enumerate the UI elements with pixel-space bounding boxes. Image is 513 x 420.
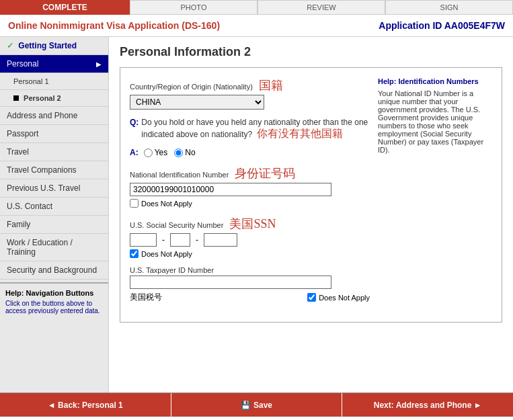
does-not-apply-checkbox-1[interactable] bbox=[130, 199, 139, 208]
sidebar-item-security[interactable]: Security and Background bbox=[0, 261, 108, 280]
no-label[interactable]: No bbox=[174, 148, 195, 157]
yes-radio[interactable] bbox=[144, 149, 153, 157]
no-text: No bbox=[185, 148, 195, 157]
app-header: Online Nonimmigrant Visa Application (DS… bbox=[0, 15, 513, 37]
form-two-col: Country/Region of Origin (Nationality) 国… bbox=[130, 77, 492, 312]
taxpayer-input[interactable] bbox=[130, 276, 331, 289]
review-tab[interactable]: REVIEW bbox=[258, 0, 385, 15]
yes-label[interactable]: Yes bbox=[144, 148, 168, 157]
question-row: Q: Do you hold or have you held any nati… bbox=[130, 118, 370, 141]
national-id-label: National Identification Number 身份证号码 bbox=[130, 165, 370, 181]
ssn-label: U.S. Social Security Number 美国SSN bbox=[130, 216, 370, 232]
sidebar-label-personal2: Personal 2 bbox=[24, 94, 61, 102]
does-not-apply-1: Does Not Apply bbox=[130, 199, 370, 208]
arrow-icon: ▶ bbox=[96, 60, 102, 68]
top-nav-bar: COMPLETE PHOTO REVIEW SIGN bbox=[0, 0, 513, 15]
complete-tab[interactable]: COMPLETE bbox=[0, 0, 130, 15]
does-not-apply-label-3: Does Not Apply bbox=[319, 294, 370, 302]
national-id-label-text: National Identification Number bbox=[130, 171, 229, 179]
no-radio[interactable] bbox=[174, 149, 183, 157]
sidebar-item-work[interactable]: Work / Education / Training bbox=[0, 234, 108, 261]
help-title: Help: Identification Numbers bbox=[378, 77, 479, 85]
taxpayer-label-text: U.S. Taxpayer ID Number bbox=[130, 266, 214, 274]
nationality-label: Country/Region of Origin (Nationality) 国… bbox=[130, 77, 370, 93]
ssn-input-3[interactable] bbox=[204, 233, 237, 247]
next-button[interactable]: Next: Address and Phone ► bbox=[342, 393, 513, 417]
ssn-annotation: 美国SSN bbox=[229, 217, 276, 230]
bottom-nav: ◄ Back: Personal 1 💾 Save Next: Address … bbox=[0, 392, 513, 417]
yes-text: Yes bbox=[155, 148, 168, 157]
question-annotation: 你有没有其他国籍 bbox=[257, 128, 343, 139]
sidebar-label-getting-started: Getting Started bbox=[18, 41, 77, 50]
nationality-annotation: 国籍 bbox=[259, 79, 283, 92]
taxpayer-label: U.S. Taxpayer ID Number bbox=[130, 266, 370, 274]
checkmark-icon: ✓ bbox=[7, 41, 13, 50]
national-id-annotation: 身份证号码 bbox=[235, 167, 295, 180]
ssn-label-text: U.S. Social Security Number bbox=[130, 221, 223, 229]
sidebar-item-personal1[interactable]: Personal 1 bbox=[0, 73, 108, 90]
help-text: Your National ID Number is a unique numb… bbox=[378, 89, 492, 154]
radio-group: Yes No bbox=[144, 148, 196, 157]
answer-row: A: Yes No bbox=[130, 148, 370, 157]
national-id-row: National Identification Number 身份证号码 Doe… bbox=[130, 165, 370, 208]
save-icon: 💾 bbox=[241, 401, 251, 410]
photo-tab[interactable]: PHOTO bbox=[130, 0, 258, 15]
ssn-inputs: - - bbox=[130, 233, 370, 247]
help-panel: Help: Identification Numbers Your Nation… bbox=[378, 77, 492, 312]
sidebar-item-personal2[interactable]: Personal 2 bbox=[0, 90, 108, 107]
q-label: Q: bbox=[130, 118, 139, 127]
ssn-row: U.S. Social Security Number 美国SSN - - bbox=[130, 216, 370, 258]
form-box: Country/Region of Origin (Nationality) 国… bbox=[120, 67, 502, 323]
does-not-apply-label-1: Does Not Apply bbox=[141, 200, 192, 208]
does-not-apply-checkbox-2[interactable] bbox=[130, 249, 139, 258]
sidebar-item-passport[interactable]: Passport bbox=[0, 125, 108, 143]
app-id: Application ID AA005E4F7W bbox=[379, 20, 505, 31]
save-label: Save bbox=[253, 401, 272, 410]
nationality-select[interactable]: CHINA bbox=[130, 95, 264, 110]
ssn-input-2[interactable] bbox=[170, 233, 190, 247]
a-label: A: bbox=[130, 148, 139, 157]
app-id-value: AA005E4F7W bbox=[444, 20, 505, 31]
sidebar-item-family[interactable]: Family bbox=[0, 216, 108, 234]
nationality-label-text: Country/Region of Origin (Nationality) bbox=[130, 83, 253, 91]
sidebar-item-us-contact[interactable]: U.S. Contact bbox=[0, 198, 108, 216]
taxpayer-annotation: 美国税号 bbox=[130, 292, 162, 303]
sidebar-label-personal: Personal bbox=[7, 59, 38, 69]
sidebar-item-getting-started[interactable]: ✓ Getting Started bbox=[0, 37, 108, 55]
ssn-dash-1: - bbox=[162, 235, 165, 245]
app-title: Online Nonimmigrant Visa Application (DS… bbox=[8, 20, 220, 31]
page-title: Personal Information 2 bbox=[120, 45, 502, 59]
sidebar-item-travel[interactable]: Travel bbox=[0, 143, 108, 161]
does-not-apply-2: Does Not Apply bbox=[130, 249, 370, 258]
sidebar: ✓ Getting Started Personal ▶ Personal 1 … bbox=[0, 37, 109, 392]
sidebar-help-title: Help: Navigation Buttons bbox=[5, 289, 93, 297]
main-content: Personal Information 2 Country/Region of… bbox=[109, 37, 513, 392]
sidebar-item-personal[interactable]: Personal ▶ bbox=[0, 55, 108, 73]
sidebar-help-text: Click on the buttons above to access pre… bbox=[5, 300, 103, 314]
does-not-apply-label-2: Does Not Apply bbox=[141, 250, 192, 258]
sidebar-item-companions[interactable]: Travel Companions bbox=[0, 161, 108, 179]
ssn-input-1[interactable] bbox=[130, 233, 157, 247]
nationality-row: Country/Region of Origin (Nationality) 国… bbox=[130, 77, 370, 110]
back-button[interactable]: ◄ Back: Personal 1 bbox=[0, 393, 171, 417]
question-content: Do you hold or have you held any nationa… bbox=[141, 118, 370, 141]
bullet-icon bbox=[13, 95, 19, 101]
form-left: Country/Region of Origin (Nationality) 国… bbox=[130, 77, 370, 312]
sidebar-help: Help: Navigation Buttons Click on the bu… bbox=[0, 282, 108, 320]
taxpayer-row: U.S. Taxpayer ID Number 美国税号 Does Not Ap… bbox=[130, 266, 370, 304]
does-not-apply-3: Does Not Apply bbox=[307, 293, 370, 302]
does-not-apply-checkbox-3[interactable] bbox=[307, 293, 316, 302]
main-layout: ✓ Getting Started Personal ▶ Personal 1 … bbox=[0, 37, 513, 392]
national-id-input[interactable] bbox=[130, 183, 331, 196]
ssn-dash-2: - bbox=[196, 235, 198, 245]
sidebar-item-prev-travel[interactable]: Previous U.S. Travel bbox=[0, 179, 108, 198]
app-id-label: Application ID bbox=[379, 20, 442, 31]
sidebar-item-address[interactable]: Address and Phone bbox=[0, 107, 108, 125]
save-button[interactable]: 💾 Save bbox=[171, 393, 343, 417]
sign-tab[interactable]: SIGN bbox=[385, 0, 513, 15]
